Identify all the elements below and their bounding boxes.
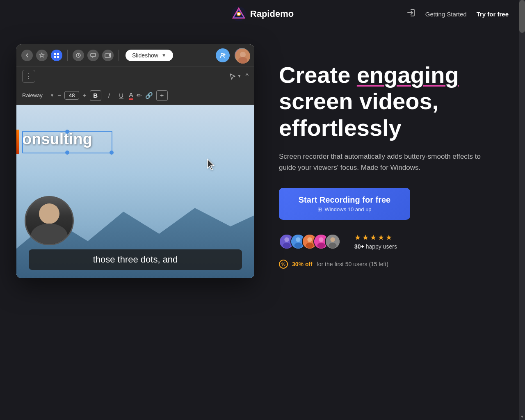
svg-rect-7 [54, 56, 56, 58]
svg-point-18 [284, 237, 289, 242]
slideshow-label: Slideshow [132, 52, 158, 59]
getting-started-link[interactable]: Getting Started [425, 11, 467, 18]
hero-title-part3: effortlessly [279, 115, 402, 141]
happy-users-text: 30+ happy users [354, 243, 397, 250]
font-more-btn[interactable]: + [156, 90, 168, 101]
windows-icon: ⊞ [317, 206, 322, 212]
topbar-chat-icon[interactable] [87, 50, 99, 61]
topbar-add-user-icon[interactable] [216, 48, 230, 62]
slide-text-area: onsulting [16, 128, 98, 151]
webcam-bubble [25, 196, 74, 245]
discount-text: for the first 50 users (15 left) [317, 261, 388, 267]
topbar-camera-icon[interactable] [102, 50, 114, 61]
happy-users-label: happy users [366, 243, 397, 250]
hero-section: Slideshow ▼ ⋮ ▼ ^ [8, 28, 517, 303]
font-size-decrease-btn[interactable]: − [57, 92, 61, 99]
svg-rect-6 [57, 53, 59, 55]
svg-point-22 [294, 243, 302, 248]
cta-sub-text: Windows 10 and up [324, 206, 371, 212]
stars-and-count: ★ ★ ★ ★ ★ 30+ happy users [354, 233, 397, 250]
toolbar-expand-icon[interactable]: ^ [245, 73, 249, 80]
star-5: ★ [386, 233, 392, 242]
font-italic-btn[interactable]: I [105, 92, 114, 99]
hero-mockup: Slideshow ▼ ⋮ ▼ ^ [16, 44, 254, 278]
toolbar-options-btn[interactable]: ⋮ [22, 70, 35, 83]
slide-area: onsulting [16, 105, 254, 278]
font-color-btn[interactable]: A [129, 91, 133, 100]
hero-title-part1: Create [279, 62, 357, 88]
star-3: ★ [370, 233, 377, 242]
webcam-person [26, 197, 73, 244]
navbar: Rapidemo Getting Started Try for free [0, 0, 525, 28]
mockup-container: Slideshow ▼ ⋮ ▼ ^ [16, 44, 254, 278]
discount-row: % 30% off for the first 50 users (15 lef… [279, 260, 504, 269]
topbar-back-icon[interactable] [21, 50, 33, 61]
font-size-increase-btn[interactable]: + [82, 92, 86, 99]
font-highlight-btn[interactable]: ✏ [137, 92, 142, 99]
scrollbar[interactable]: ▲ ▼ [519, 0, 525, 420]
svg-point-13 [221, 53, 224, 56]
svg-rect-8 [57, 56, 59, 58]
star-4: ★ [378, 233, 384, 242]
font-name-dropdown[interactable]: ▼ [50, 93, 54, 98]
happy-users-count: 30+ [354, 243, 364, 250]
svg-point-16 [238, 57, 247, 64]
topbar-star-icon[interactable] [36, 50, 48, 61]
try-free-link[interactable]: Try for free [477, 11, 509, 18]
selection-handle-top[interactable] [65, 130, 69, 134]
svg-point-4 [237, 13, 240, 15]
stars-row: ★ ★ ★ ★ ★ [354, 233, 397, 242]
selection-handle-bottom[interactable] [65, 151, 69, 155]
topbar-history-icon[interactable] [73, 50, 84, 61]
svg-point-28 [317, 243, 325, 248]
star-2: ★ [362, 233, 369, 242]
svg-point-25 [306, 243, 314, 248]
cta-sub-label: ⊞ Windows 10 and up [317, 206, 371, 212]
topbar-grid-icon[interactable] [51, 50, 62, 61]
logo[interactable]: Rapidemo [231, 7, 294, 21]
slideshow-dropdown-arrow: ▼ [162, 52, 167, 58]
mockup-topbar: Slideshow ▼ [16, 44, 254, 66]
scrollbar-arrow-down[interactable]: ▼ [519, 413, 525, 420]
svg-point-24 [307, 237, 312, 242]
social-proof: ★ ★ ★ ★ ★ 30+ happy users [279, 233, 504, 250]
caption-text: those three dots, and [93, 254, 178, 265]
topbar-user-avatar[interactable] [235, 48, 249, 63]
hero-content: Create engaging screen videos, effortles… [279, 54, 504, 269]
discount-icon: % [279, 260, 288, 269]
star-1: ★ [354, 233, 361, 242]
person-body [31, 224, 68, 245]
caption-box: those three dots, and [29, 249, 242, 270]
slideshow-btn[interactable]: Slideshow ▼ [126, 50, 173, 61]
font-name-label: Raleway [22, 92, 47, 98]
mockup-font-toolbar: Raleway ▼ − 48 + B I U A ✏ 🔗 + [16, 86, 254, 105]
font-link-btn[interactable]: 🔗 [145, 92, 153, 99]
hero-title-highlight: engaging [357, 62, 459, 88]
font-underline-btn[interactable]: U [117, 92, 126, 99]
toolbar-arrow-dropdown[interactable]: ▼ [237, 74, 242, 78]
text-selection-box [22, 131, 112, 153]
scrollbar-thumb[interactable] [519, 0, 525, 33]
discount-pct: 30% off [292, 261, 313, 267]
svg-point-31 [329, 243, 337, 248]
svg-point-21 [296, 237, 300, 242]
font-size-input[interactable]: 48 [64, 91, 79, 100]
svg-point-19 [283, 243, 291, 248]
hero-title: Create engaging screen videos, effortles… [279, 62, 504, 141]
svg-point-15 [240, 52, 246, 57]
font-bold-btn[interactable]: B [90, 90, 101, 101]
svg-rect-5 [54, 53, 56, 55]
toolbar-arrow-tool[interactable]: ▼ [229, 73, 242, 80]
slide-cursor-icon [206, 158, 217, 174]
cta-button[interactable]: Start Recording for free ⊞ Windows 10 an… [279, 188, 410, 220]
avatar-5 [325, 234, 340, 249]
hero-title-part2: screen videos, [279, 88, 438, 114]
signin-icon[interactable] [406, 8, 415, 20]
logo-icon [231, 7, 246, 21]
mockup-content-area: onsulting [16, 105, 254, 278]
selection-handle-br[interactable] [110, 151, 114, 155]
hero-subtitle: Screen recorder that automatically adds … [279, 151, 484, 173]
svg-point-30 [330, 237, 335, 242]
person-head [39, 203, 59, 224]
cta-main-label: Start Recording for free [299, 195, 390, 205]
